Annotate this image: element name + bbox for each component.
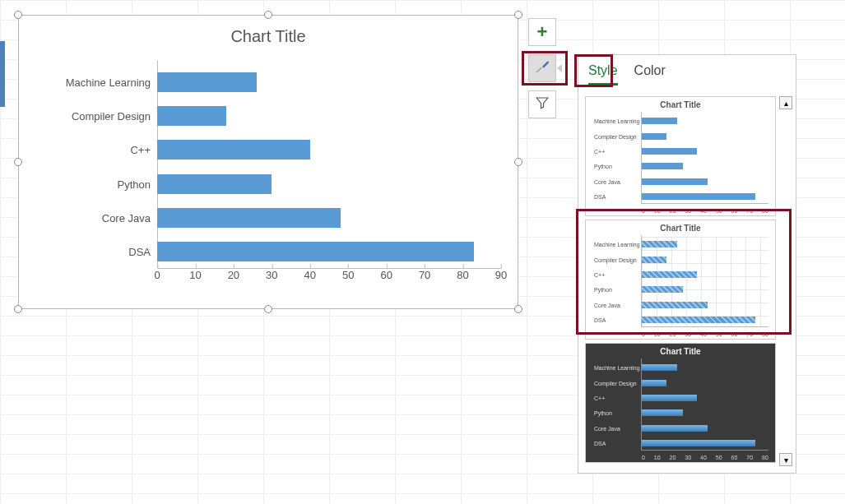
preview-category: Core Java	[594, 178, 620, 184]
y-axis-labels: Machine LearningCompiler DesignC++Python…	[52, 65, 151, 269]
x-axis-tick: 70	[419, 269, 430, 281]
selection-handle[interactable]	[264, 11, 272, 19]
preview-x-tick: 60	[731, 331, 738, 337]
preview-x-tick: 80	[762, 331, 768, 337]
preview-bar	[642, 133, 666, 140]
preview-category: Python	[594, 164, 612, 169]
y-axis-category: Machine Learning	[66, 76, 151, 88]
preview-category: C++	[594, 271, 605, 277]
funnel-icon	[535, 95, 550, 113]
preview-category: DSA	[594, 317, 606, 322]
chart-object[interactable]: Chart Title Machine LearningCompiler Des…	[18, 15, 518, 309]
preview-bar	[642, 302, 708, 308]
tab-color[interactable]: Color	[634, 63, 666, 86]
preview-bar	[642, 193, 755, 200]
chart-bars[interactable]	[157, 65, 501, 269]
preview-category: Compiler Design	[594, 380, 637, 386]
plot-area[interactable]: Machine LearningCompiler DesignC++Python…	[52, 65, 501, 284]
preview-bar	[642, 178, 708, 185]
preview-x-tick: 20	[670, 331, 676, 337]
x-axis-tick: 80	[457, 269, 468, 281]
callout-caret	[557, 64, 562, 72]
x-axis-tick: 0	[154, 269, 160, 281]
scroll-up-button[interactable]: ▴	[779, 96, 792, 109]
selection-handle[interactable]	[514, 305, 522, 313]
y-axis-category: Compiler Design	[72, 110, 151, 123]
chart-float-buttons: +	[528, 18, 556, 127]
chart-filter-button[interactable]	[528, 90, 556, 118]
preview-category: Compiler Design	[594, 133, 637, 139]
chart-styles-button[interactable]	[528, 54, 556, 82]
preview-x-tick: 30	[685, 331, 691, 337]
x-axis-tick: 40	[304, 269, 316, 281]
preview-x-tick: 40	[700, 208, 707, 214]
preview-category: Compiler Design	[594, 257, 637, 262]
chart-bar[interactable]	[157, 174, 272, 194]
chart-bar[interactable]	[157, 106, 226, 126]
style-preview-hatch[interactable]: Chart TitleMachine LearningCompiler Desi…	[585, 220, 776, 340]
style-preview-dark[interactable]: Chart TitleMachine LearningCompiler Desi…	[585, 343, 776, 463]
selection-handle[interactable]	[514, 158, 522, 166]
chart-bar[interactable]	[157, 72, 257, 92]
preview-x-tick-row: 01020304050607080	[642, 208, 768, 214]
selection-handle[interactable]	[514, 11, 522, 19]
preview-bar	[642, 364, 677, 371]
preview-title: Chart Title	[586, 220, 775, 233]
preview-x-tick: 70	[746, 455, 753, 460]
y-axis-category: C++	[130, 144, 151, 156]
preview-x-tick: 50	[716, 331, 722, 337]
preview-category: Machine Learning	[594, 242, 640, 247]
preview-x-tick: 10	[654, 208, 661, 214]
preview-x-tick: 50	[716, 208, 722, 214]
x-axis-tick: 20	[228, 269, 239, 281]
preview-x-tick: 30	[685, 455, 691, 460]
selection-handle[interactable]	[14, 158, 22, 166]
style-preview-list[interactable]: Chart TitleMachine LearningCompiler Desi…	[585, 93, 776, 466]
y-axis-category: Python	[118, 178, 151, 190]
x-axis-tick: 60	[380, 269, 392, 281]
preview-x-tick-row: 01020304050607080	[642, 331, 768, 337]
preview-category: Core Java	[594, 302, 620, 307]
partial-bar-left	[0, 41, 5, 107]
preview-x-tick: 70	[746, 331, 753, 337]
scroll-down-button[interactable]: ▾	[779, 453, 792, 466]
style-pane-scrollbar: ▴ ▾	[779, 96, 792, 466]
selection-handle[interactable]	[14, 305, 22, 313]
preview-bar	[642, 148, 697, 155]
style-preview-light[interactable]: Chart TitleMachine LearningCompiler Desi…	[585, 96, 776, 216]
x-axis-tick: 10	[189, 269, 201, 281]
preview-bar	[642, 425, 708, 432]
preview-category: Python	[594, 287, 612, 293]
preview-x-tick: 0	[642, 208, 645, 214]
preview-category: C++	[594, 148, 605, 154]
preview-category: DSA	[594, 440, 606, 446]
preview-category: Machine Learning	[594, 118, 640, 124]
preview-x-tick: 80	[762, 455, 768, 460]
preview-bar	[642, 409, 683, 416]
chart-elements-button[interactable]: +	[528, 18, 556, 46]
selection-handle[interactable]	[14, 11, 22, 19]
preview-category: DSA	[594, 193, 606, 199]
x-axis-ticks: 0102030405060708090	[157, 269, 501, 284]
chart-bar[interactable]	[157, 242, 474, 261]
preview-x-tick: 60	[731, 455, 738, 460]
selection-handle[interactable]	[264, 305, 272, 313]
preview-bar	[642, 163, 683, 169]
preview-title: Chart Title	[586, 97, 775, 109]
preview-bar	[642, 317, 755, 323]
preview-x-tick: 60	[731, 208, 738, 214]
preview-bar	[642, 118, 677, 124]
y-axis-category: Core Java	[102, 212, 151, 224]
preview-x-tick: 40	[700, 331, 707, 337]
preview-bar	[642, 395, 697, 401]
preview-x-tick: 40	[700, 455, 707, 460]
preview-x-tick: 10	[654, 331, 661, 337]
x-axis-tick: 50	[342, 269, 354, 281]
preview-x-tick: 0	[642, 331, 645, 337]
tab-style[interactable]: Style	[588, 63, 618, 86]
preview-bar	[642, 380, 666, 386]
chart-bar[interactable]	[157, 208, 341, 228]
chart-title[interactable]: Chart Title	[19, 16, 518, 46]
preview-bar	[642, 286, 683, 293]
chart-bar[interactable]	[157, 140, 310, 160]
